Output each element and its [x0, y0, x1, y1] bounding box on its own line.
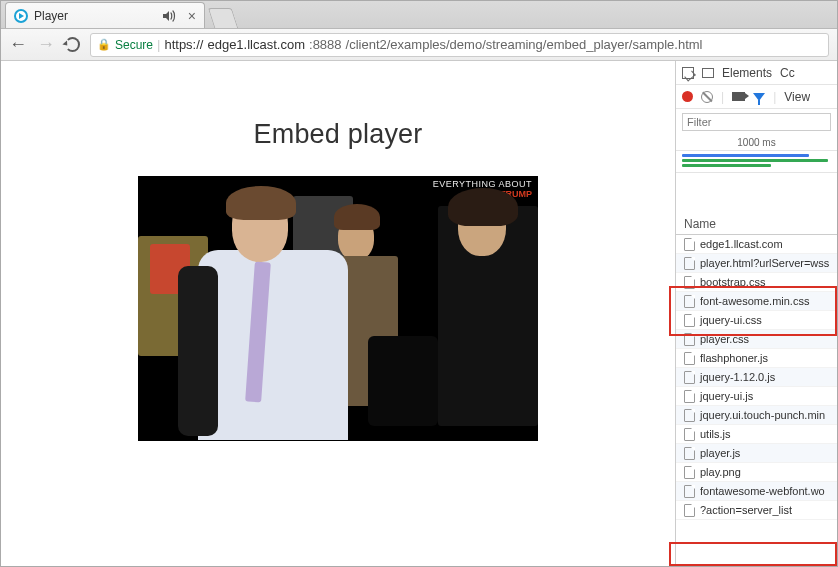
secure-label: Secure [115, 38, 153, 52]
file-icon [684, 485, 695, 498]
request-name: jquery-1.12.0.js [700, 371, 775, 383]
request-name: player.html?urlServer=wss [700, 257, 829, 269]
page-title: Embed player [1, 119, 675, 150]
clear-icon[interactable] [701, 91, 713, 103]
file-icon [684, 447, 695, 460]
screenshot-icon[interactable] [732, 92, 745, 101]
network-request-row[interactable]: edge1.llcast.com [676, 235, 837, 254]
url-path: /client2/examples/demo/streaming/embed_p… [346, 37, 703, 52]
devtools-panel: Elements Cc | | View 1000 ms Name edge1.… [675, 61, 837, 566]
request-name: font-awesome.min.css [700, 295, 809, 307]
file-icon [684, 428, 695, 441]
network-request-row[interactable]: player.html?urlServer=wss [676, 254, 837, 273]
request-name: player.css [700, 333, 749, 345]
request-name: flashphoner.js [700, 352, 768, 364]
network-request-row[interactable]: flashphoner.js [676, 349, 837, 368]
network-request-row[interactable]: bootstrap.css [676, 273, 837, 292]
new-tab-button[interactable] [208, 8, 238, 28]
file-icon [684, 238, 695, 251]
timeline-overview[interactable] [676, 151, 837, 173]
timeline-ruler: 1000 ms [676, 135, 837, 151]
request-name: utils.js [700, 428, 731, 440]
browser-tabstrip: Player × [1, 1, 837, 29]
file-icon [684, 390, 695, 403]
network-request-list: Name edge1.llcast.complayer.html?urlServ… [676, 213, 837, 520]
devtools-tabbar: Elements Cc [676, 61, 837, 85]
network-request-row[interactable]: ?action=server_list [676, 501, 837, 520]
file-icon [684, 295, 695, 308]
forward-button: → [37, 34, 55, 55]
filter-input[interactable] [682, 113, 831, 131]
inspect-icon[interactable] [682, 67, 694, 79]
file-icon [684, 409, 695, 422]
network-request-row[interactable]: play.png [676, 463, 837, 482]
file-icon [684, 257, 695, 270]
lock-icon: 🔒 [97, 38, 111, 51]
url-host: edge1.llcast.com [207, 37, 305, 52]
tab-title: Player [34, 9, 68, 23]
reload-button[interactable] [65, 37, 80, 52]
network-request-row[interactable]: jquery-ui.css [676, 311, 837, 330]
request-name: jquery-ui.css [700, 314, 762, 326]
file-icon [684, 504, 695, 517]
request-name: ?action=server_list [700, 504, 792, 516]
network-request-row[interactable]: jquery.ui.touch-punch.min [676, 406, 837, 425]
file-icon [684, 466, 695, 479]
request-name: player.js [700, 447, 740, 459]
tab-elements[interactable]: Elements [722, 66, 772, 80]
network-request-row[interactable]: jquery-1.12.0.js [676, 368, 837, 387]
network-request-row[interactable]: player.js [676, 444, 837, 463]
request-name: jquery-ui.js [700, 390, 753, 402]
file-icon [684, 333, 695, 346]
filter-icon[interactable] [753, 93, 765, 101]
request-name: fontawesome-webfont.wo [700, 485, 825, 497]
browser-toolbar: ← → 🔒 Secure | https://edge1.llcast.com:… [1, 29, 837, 61]
audio-icon[interactable] [162, 10, 176, 22]
page-content: Embed player EVERYTHING ABOUT D ALD TRUM… [1, 61, 675, 566]
close-icon[interactable]: × [188, 8, 196, 24]
network-request-row[interactable]: fontawesome-webfont.wo [676, 482, 837, 501]
file-icon [684, 314, 695, 327]
device-icon[interactable] [702, 68, 714, 78]
file-icon [684, 352, 695, 365]
video-player[interactable]: EVERYTHING ABOUT D ALD TRUMP [138, 176, 538, 441]
request-name: jquery.ui.touch-punch.min [700, 409, 825, 421]
file-icon [684, 371, 695, 384]
record-icon[interactable] [682, 91, 693, 102]
browser-tab[interactable]: Player × [5, 2, 205, 28]
favicon-icon [14, 9, 28, 23]
address-bar[interactable]: 🔒 Secure | https://edge1.llcast.com:8888… [90, 33, 829, 57]
request-name: play.png [700, 466, 741, 478]
url-scheme: https:// [164, 37, 203, 52]
tab-more[interactable]: Cc [780, 66, 795, 80]
request-name: edge1.llcast.com [700, 238, 783, 250]
url-port: :8888 [309, 37, 342, 52]
column-header-name[interactable]: Name [676, 213, 837, 235]
network-request-row[interactable]: font-awesome.min.css [676, 292, 837, 311]
devtools-network-toolbar: | | View [676, 85, 837, 109]
view-label: View [784, 90, 810, 104]
file-icon [684, 276, 695, 289]
back-button[interactable]: ← [9, 34, 27, 55]
network-request-row[interactable]: utils.js [676, 425, 837, 444]
network-request-row[interactable]: player.css [676, 330, 837, 349]
request-name: bootstrap.css [700, 276, 765, 288]
network-request-row[interactable]: jquery-ui.js [676, 387, 837, 406]
